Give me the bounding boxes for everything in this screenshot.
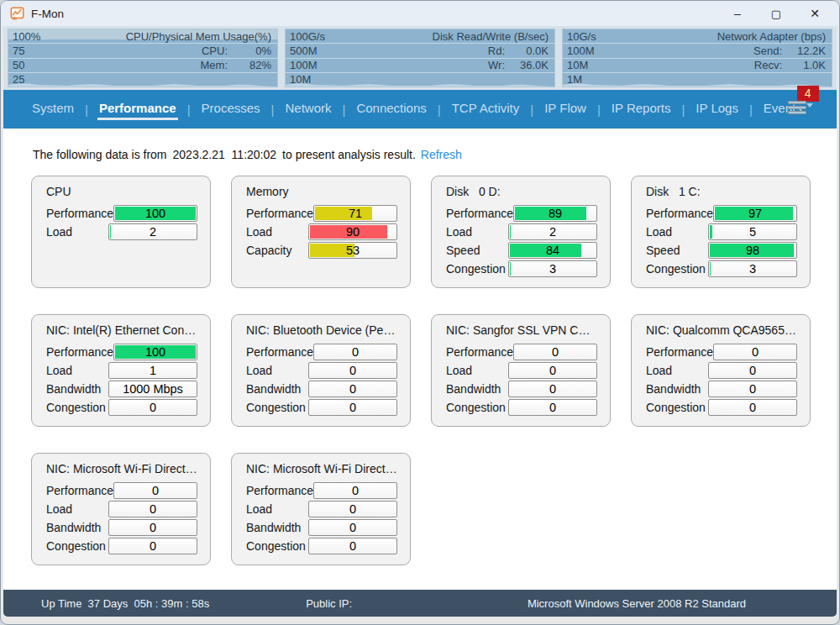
metric-row: Bandwidth0 [246, 518, 397, 536]
progress-value: 100 [114, 344, 197, 360]
tab-separator: | [681, 102, 685, 117]
app-logo-icon [9, 6, 25, 21]
metric-row: Congestion0 [246, 398, 397, 416]
progress-bar: 5 [708, 223, 797, 240]
progress-value: 0 [309, 520, 396, 535]
metric-panel: CPUPerformance100Load2 [31, 176, 211, 288]
metric-row: Performance97 [646, 204, 797, 222]
chart-scale-label: 100M [567, 45, 595, 57]
cpu-mem-chart: 100%CPU/Physical Mem Usage(%)75CPU:0%50M… [8, 29, 278, 87]
chart-stat-label: Rd: [488, 45, 505, 57]
progress-value: 0 [309, 502, 396, 517]
progress-value: 0 [509, 400, 596, 415]
panel-title: NIC: Microsoft Wi-Fi Direct Vir... [46, 462, 197, 475]
metric-row: Capacity53 [246, 241, 397, 259]
tab-ip-flow[interactable]: IP Flow [543, 99, 588, 120]
os-name-text: Microsoft Windows Server 2008 R2 Standar… [528, 597, 746, 610]
progress-bar: 1000 Mbps [108, 381, 197, 397]
progress-bar: 0 [708, 362, 797, 379]
progress-bar: 3 [708, 260, 797, 277]
chart-title: Network Adapter (bps) [717, 30, 826, 43]
progress-value: 0 [109, 520, 197, 535]
metric-row: Performance0 [46, 481, 197, 499]
tab-label: IP Flow [544, 101, 586, 115]
metric-label: Performance [46, 345, 113, 359]
panel-title: NIC: Intel(R) Ethernet Connecti... [46, 323, 197, 337]
refresh-link[interactable]: Refresh [421, 148, 462, 161]
metric-row: Bandwidth0 [446, 380, 597, 397]
tab-ip-logs[interactable]: IP Logs [694, 99, 740, 120]
title-bar: F-Mon – ▢ ✕ [1, 1, 839, 26]
progress-value: 1000 Mbps [109, 381, 197, 397]
tab-system[interactable]: System [30, 99, 76, 120]
tab-label: System [32, 101, 74, 115]
panel-title: Memory [246, 185, 397, 198]
metric-panel: NIC: Bluetooth Device (Person...Performa… [231, 314, 411, 427]
tab-label: IP Logs [696, 101, 738, 115]
metric-label: Bandwidth [246, 382, 301, 396]
metric-row: Speed98 [646, 241, 797, 259]
metric-label: Bandwidth [446, 382, 501, 396]
chart-scale-label: 1M [567, 73, 582, 86]
progress-value: 0 [709, 400, 796, 415]
metric-label: Bandwidth [46, 521, 101, 534]
progress-value: 0 [114, 483, 197, 498]
progress-bar: 1 [108, 362, 197, 379]
progress-value: 0 [709, 363, 796, 378]
chart-scale-label: 100M [290, 59, 318, 71]
tab-network[interactable]: Network [283, 99, 333, 120]
metric-row: Load90 [246, 223, 397, 240]
progress-value: 3 [709, 261, 796, 276]
menu-bar-line [788, 106, 806, 109]
metric-row: Bandwidth0 [246, 380, 397, 397]
metric-panel: NIC: Microsoft Wi-Fi Direct Vir...Perfor… [231, 453, 411, 565]
progress-value: 0 [709, 381, 796, 397]
tab-ip-reports[interactable]: IP Reports [610, 99, 673, 120]
progress-bar: 98 [708, 242, 797, 259]
tab-connections[interactable]: Connections [354, 99, 428, 120]
metric-row: Performance0 [246, 343, 397, 360]
tab-label: Performance [99, 101, 176, 115]
metric-row: Congestion3 [446, 260, 597, 277]
progress-bar: 0 [308, 538, 397, 554]
metric-panel: NIC: Intel(R) Ethernet Connecti...Perfor… [31, 314, 211, 427]
progress-bar: 97 [713, 205, 797, 222]
progress-bar: 2 [508, 223, 597, 240]
tab-processes[interactable]: Processes [200, 99, 262, 120]
progress-bar: 84 [508, 242, 597, 259]
progress-value: 90 [309, 224, 396, 239]
metric-label: Performance [246, 345, 313, 359]
chart-scale-label: 50 [13, 59, 24, 71]
hamburger-menu-icon[interactable] [788, 101, 813, 118]
metric-row: Load0 [446, 361, 597, 379]
metric-label: Congestion [646, 401, 706, 414]
panel-title: CPU [46, 185, 197, 198]
metric-label: Performance [46, 484, 113, 497]
metric-label: Congestion [246, 539, 306, 553]
progress-value: 3 [509, 261, 596, 276]
progress-value: 2 [509, 224, 596, 239]
tab-label: Processes [202, 101, 260, 115]
tab-label: TCP Activity [452, 101, 520, 115]
chart-stat-label: Recv: [754, 59, 782, 71]
disk-chart: 100G/sDisk Read/Write (B/sec)500MRd:0.0K… [285, 29, 555, 87]
minimize-button[interactable]: – [718, 2, 757, 25]
close-button[interactable]: ✕ [795, 2, 834, 25]
progress-value: 0 [109, 502, 197, 517]
metric-label: Load [246, 225, 272, 239]
progress-value: 98 [709, 243, 796, 258]
metric-row: Congestion0 [446, 398, 597, 416]
maximize-button[interactable]: ▢ [757, 2, 795, 25]
metric-label: Load [246, 502, 272, 516]
metric-panel: NIC: Qualcomm QCA9565 802...Performance0… [631, 314, 811, 427]
progress-bar: 0 [108, 501, 197, 517]
progress-bar: 0 [708, 381, 797, 397]
chart-stat-value: 1.0K [782, 59, 826, 71]
tab-performance[interactable]: Performance [97, 99, 178, 120]
public-ip-label: Public IP: [306, 597, 352, 610]
tab-tcp-activity[interactable]: TCP Activity [450, 99, 522, 120]
metric-row: Load0 [246, 361, 397, 379]
metric-label: Performance [646, 207, 713, 220]
chart-title: Disk Read/Write (B/sec) [433, 30, 549, 43]
status-bar: Up Time 37 Days 05h : 39m : 58s Public I… [3, 590, 837, 617]
